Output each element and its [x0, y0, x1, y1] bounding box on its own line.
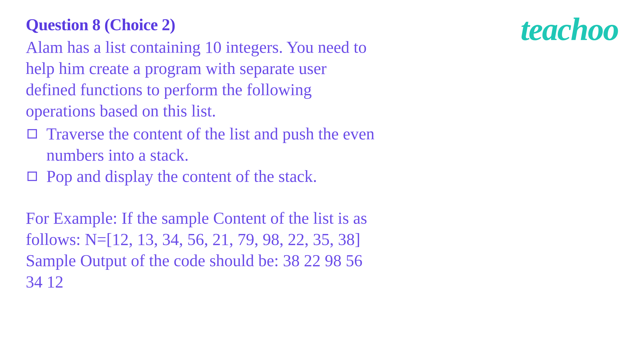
bullet-text: Pop and display the content of the stack…	[46, 166, 378, 187]
square-bullet-icon	[28, 172, 37, 181]
question-intro: Alam has a list containing 10 integers. …	[26, 36, 378, 121]
example-text: For Example: If the sample Content of th…	[26, 207, 378, 292]
teachoo-logo: teachoo	[520, 11, 618, 48]
question-content: Question 8 (Choice 2) Alam has a list co…	[26, 15, 378, 293]
list-item: Pop and display the content of the stack…	[26, 166, 378, 187]
question-title: Question 8 (Choice 2)	[26, 15, 378, 34]
list-item: Traverse the content of the list and pus…	[26, 123, 378, 166]
bullet-list: Traverse the content of the list and pus…	[26, 123, 378, 187]
square-bullet-icon	[28, 129, 37, 139]
bullet-text: Traverse the content of the list and pus…	[46, 123, 378, 166]
